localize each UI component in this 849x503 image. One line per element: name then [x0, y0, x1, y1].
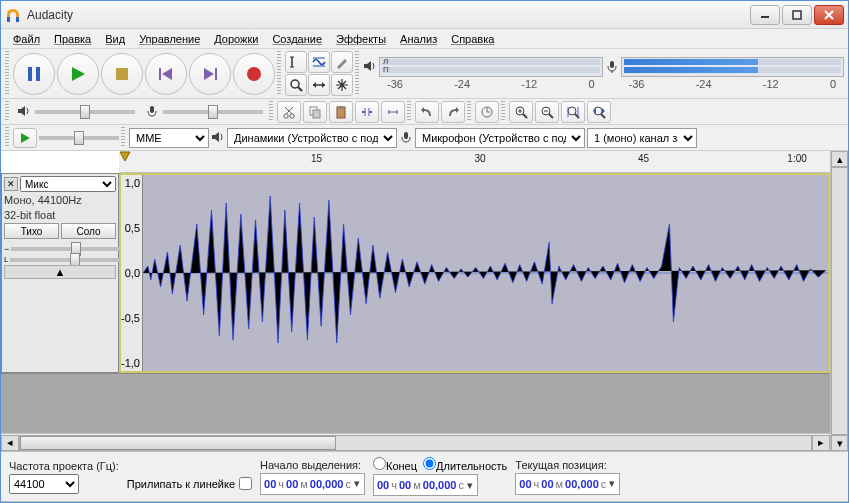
amplitude-scale: 1,00,50,0-0,5-1,0 — [121, 175, 143, 371]
toolbar-grip[interactable] — [501, 101, 505, 122]
playback-meter[interactable]: Л П — [379, 57, 603, 77]
audio-position-counter[interactable]: 00ч00м00,000с▾ — [515, 473, 620, 495]
menu-tracks[interactable]: Дорожки — [208, 31, 264, 47]
zoom-tool-button[interactable] — [285, 74, 307, 96]
project-rate-select[interactable]: 44100 — [9, 474, 79, 494]
speaker-icon — [17, 104, 31, 120]
selection-tool-button[interactable] — [285, 51, 307, 73]
toolbar-grip[interactable] — [121, 127, 125, 148]
scroll-up-button[interactable]: ▴ — [831, 151, 848, 167]
svg-rect-9 — [116, 68, 128, 80]
svg-marker-59 — [120, 152, 130, 161]
timeline-tick: 1:00 — [787, 153, 806, 164]
selection-toolbar: Частота проекта (Гц): 44100 Прилипать к … — [1, 451, 848, 501]
menu-analyze[interactable]: Анализ — [394, 31, 443, 47]
playback-device-select[interactable]: Динамики (Устройство с под — [227, 128, 397, 148]
toolbar-grip[interactable] — [467, 101, 471, 122]
skip-start-button[interactable] — [145, 53, 187, 95]
titlebar: Audacity — [1, 1, 848, 29]
paste-button[interactable] — [329, 101, 353, 123]
playback-volume-slider[interactable] — [35, 110, 135, 114]
waveform-display[interactable]: 1,00,50,0-0,5-1,0 — [119, 173, 830, 373]
zoom-out-button[interactable] — [535, 101, 559, 123]
timeshift-tool-button[interactable] — [308, 74, 330, 96]
multi-tool-button[interactable] — [331, 74, 353, 96]
svg-marker-23 — [313, 82, 316, 88]
pause-button[interactable] — [13, 53, 55, 95]
fit-selection-button[interactable] — [561, 101, 585, 123]
trim-button[interactable] — [355, 101, 379, 123]
record-volume-slider[interactable] — [163, 110, 263, 114]
scroll-right-button[interactable]: ▸ — [812, 435, 830, 451]
snap-checkbox[interactable] — [239, 477, 252, 490]
fit-project-button[interactable] — [587, 101, 611, 123]
draw-tool-button[interactable] — [331, 51, 353, 73]
menu-view[interactable]: Вид — [99, 31, 131, 47]
svg-marker-54 — [593, 108, 596, 114]
redo-button[interactable] — [441, 101, 465, 123]
silence-button[interactable] — [381, 101, 405, 123]
play-at-speed-button[interactable] — [13, 128, 37, 148]
copy-button[interactable] — [303, 101, 327, 123]
skip-end-button[interactable] — [189, 53, 231, 95]
selection-start-counter[interactable]: 00ч00м00,000с▾ — [260, 473, 365, 495]
vertical-scrollbar[interactable]: ▴ ▾ — [830, 151, 848, 451]
horizontal-scrollbar[interactable]: ◂ ▸ — [1, 433, 830, 451]
play-button[interactable] — [57, 53, 99, 95]
toolbar-grip[interactable] — [407, 101, 411, 122]
envelope-tool-button[interactable] — [308, 51, 330, 73]
menu-edit[interactable]: Правка — [48, 31, 97, 47]
zoom-in-button[interactable] — [509, 101, 533, 123]
close-button[interactable] — [814, 5, 844, 25]
record-device-select[interactable]: Микрофон (Устройство с под — [415, 128, 585, 148]
solo-button[interactable]: Соло — [61, 223, 116, 239]
timeline-ruler[interactable]: 15 30 45 1:00 — [119, 151, 830, 173]
track-collapse-button[interactable]: ▲ — [4, 265, 116, 279]
track-name-dropdown[interactable]: Микс — [20, 176, 116, 192]
track-close-button[interactable]: ✕ — [4, 177, 18, 191]
menu-effects[interactable]: Эффекты — [330, 31, 392, 47]
scroll-down-button[interactable]: ▾ — [831, 435, 848, 451]
scroll-left-button[interactable]: ◂ — [1, 435, 19, 451]
svg-line-32 — [286, 107, 293, 114]
toolbar-grip[interactable] — [355, 51, 359, 96]
selection-start-label: Начало выделения: — [260, 459, 365, 471]
svg-rect-10 — [159, 68, 161, 80]
selection-end-counter[interactable]: 00ч00м00,000с▾ — [373, 474, 478, 496]
scrollbar-thumb[interactable] — [20, 436, 336, 450]
svg-rect-36 — [337, 107, 345, 118]
mute-button[interactable]: Тихо — [4, 223, 59, 239]
menubar: Файл Правка Вид Управление Дорожки Созда… — [1, 29, 848, 49]
sync-lock-button[interactable] — [475, 101, 499, 123]
length-radio[interactable]: Длительность — [423, 457, 507, 472]
end-radio[interactable]: Конец — [373, 457, 417, 472]
audio-host-select[interactable]: MME — [129, 128, 209, 148]
svg-point-31 — [290, 113, 294, 117]
audio-position-label: Текущая позиция: — [515, 459, 620, 471]
menu-help[interactable]: Справка — [445, 31, 500, 47]
track-info: Моно, 44100Hz — [4, 193, 116, 207]
menu-transport[interactable]: Управление — [133, 31, 206, 47]
svg-line-53 — [601, 114, 605, 118]
undo-button[interactable] — [415, 101, 439, 123]
timeline-tick: 15 — [311, 153, 322, 164]
record-button[interactable] — [233, 53, 275, 95]
menu-generate[interactable]: Создание — [266, 31, 328, 47]
menu-file[interactable]: Файл — [7, 31, 46, 47]
toolbar-grip[interactable] — [5, 127, 9, 148]
record-meter[interactable]: Л П — [621, 57, 845, 77]
cut-button[interactable] — [277, 101, 301, 123]
playback-speed-slider[interactable] — [39, 136, 119, 140]
svg-point-38 — [482, 107, 492, 117]
toolbar-grip[interactable] — [269, 101, 273, 122]
svg-rect-26 — [610, 61, 614, 68]
record-channels-select[interactable]: 1 (моно) канал за — [587, 128, 697, 148]
toolbar-grip[interactable] — [5, 51, 9, 96]
empty-track-area[interactable] — [1, 373, 830, 433]
minimize-button[interactable] — [750, 5, 780, 25]
svg-rect-58 — [404, 132, 408, 139]
toolbar-grip[interactable] — [5, 101, 9, 122]
stop-button[interactable] — [101, 53, 143, 95]
toolbar-grip[interactable] — [277, 51, 281, 96]
maximize-button[interactable] — [782, 5, 812, 25]
